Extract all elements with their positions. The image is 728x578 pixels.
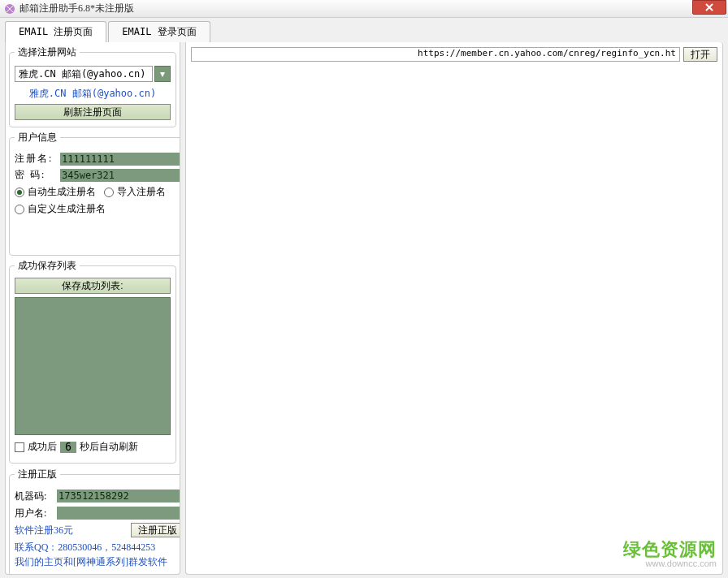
user-info-legend: 用户信息	[15, 131, 60, 144]
fee-link[interactable]: 软件注册36元	[15, 523, 128, 537]
user-info-group: 用户信息 注册名: 密 码: 自动生成注册名 导入注册名	[9, 131, 180, 256]
reg-name-label: 注册名:	[15, 152, 57, 166]
site-select-group: 选择注册网站 雅虎.CN 邮箱(@yahoo.cn) ▾ 雅虎.CN 邮箱(@y…	[9, 45, 176, 127]
site-select-legend: 选择注册网站	[15, 45, 80, 59]
radio-auto-generate[interactable]: 自动生成注册名	[15, 185, 96, 199]
auto-refresh-label: 秒后自动刷新	[80, 440, 138, 454]
site-combo-dropdown[interactable]: ▾	[154, 66, 171, 82]
site-link[interactable]: 雅虎.CN 邮箱(@yahoo.cn)	[15, 87, 171, 101]
save-list-group: 成功保存列表 保存成功列表: 成功后 秒后自动刷新	[9, 259, 176, 464]
register-group: 注册正版 机器码: 用户名: 软件注册36元 注册正版 联系QQ：2805300…	[9, 467, 180, 575]
radio-icon	[15, 205, 24, 214]
after-success-label: 成功后	[28, 440, 57, 454]
password-label: 密 码:	[15, 168, 57, 182]
seconds-input[interactable]	[60, 442, 76, 453]
homepage-link[interactable]: 我们的主页和[网神通系列]群发软件	[15, 554, 180, 569]
auto-refresh-checkbox[interactable]	[15, 442, 24, 452]
left-panel: 选择注册网站 雅虎.CN 邮箱(@yahoo.cn) ▾ 雅虎.CN 邮箱(@y…	[5, 42, 180, 575]
radio-icon	[104, 188, 114, 197]
register-button[interactable]: 注册正版	[131, 523, 180, 537]
contact-link[interactable]: 联系QQ：280530046，524844253	[15, 540, 180, 554]
window-title: 邮箱注册助手6.8*未注册版	[20, 2, 134, 15]
tab-register[interactable]: EMAIL 注册页面	[5, 21, 106, 42]
refresh-page-button[interactable]: 刷新注册页面	[15, 104, 171, 120]
chevron-down-icon: ▾	[160, 68, 165, 80]
tab-bar: EMAIL 注册页面 EMAIL 登录页面	[0, 18, 728, 42]
reg-username-input[interactable]	[57, 507, 180, 520]
machine-code-input[interactable]	[57, 490, 180, 503]
reg-name-input[interactable]	[60, 153, 180, 166]
reg-username-label: 用户名:	[15, 506, 54, 520]
close-button[interactable]	[692, 0, 726, 15]
register-legend: 注册正版	[15, 467, 60, 481]
site-combo[interactable]: 雅虎.CN 邮箱(@yahoo.cn)	[15, 66, 153, 82]
app-icon	[3, 2, 16, 15]
save-list-header-button[interactable]: 保存成功列表:	[15, 278, 171, 294]
url-input[interactable]: https://member.cn.yahoo.com/cnreg/reginf…	[191, 47, 680, 62]
password-input[interactable]	[60, 169, 180, 182]
titlebar: 邮箱注册助手6.8*未注册版	[0, 0, 728, 18]
radio-custom[interactable]: 自定义生成注册名	[15, 202, 106, 216]
browser-panel: https://member.cn.yahoo.com/cnreg/reginf…	[185, 42, 723, 575]
machine-code-label: 机器码:	[15, 489, 54, 503]
save-list-area[interactable]	[15, 297, 171, 435]
tab-login[interactable]: EMAIL 登录页面	[108, 21, 210, 42]
open-button[interactable]: 打开	[683, 47, 717, 62]
save-list-legend: 成功保存列表	[15, 259, 80, 273]
radio-import[interactable]: 导入注册名	[104, 185, 166, 199]
radio-icon	[15, 188, 24, 197]
